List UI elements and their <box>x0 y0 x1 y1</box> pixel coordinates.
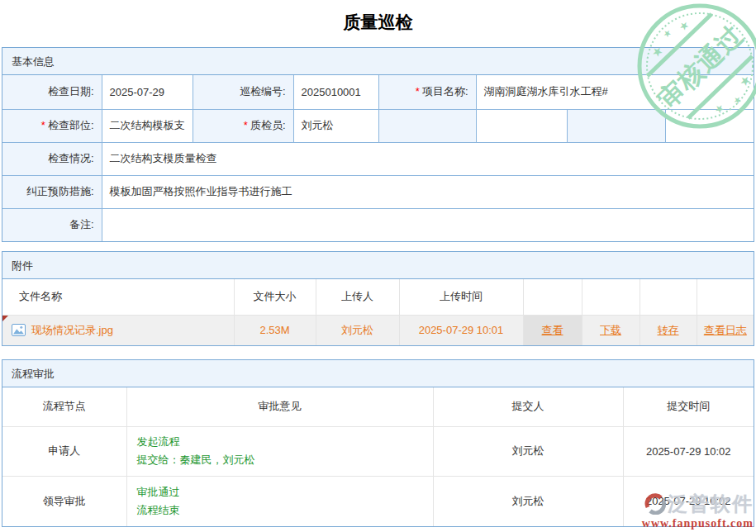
basic-info-section-title: 基本信息 <box>2 48 754 75</box>
project-name-label-text: 项目名称: <box>422 85 468 97</box>
view-log-link[interactable]: 查看日志 <box>704 324 747 336</box>
attachments-section-title: 附件 <box>2 252 754 279</box>
submit-time-cell: 2025-07-29 10:02 <box>623 426 754 476</box>
upload-time-cell: 2025-07-29 10:01 <box>399 315 523 345</box>
attachments-panel: 附件 文件名称 文件大小 上传人 上传时间 <box>2 251 754 346</box>
empty-value-cell <box>476 109 567 142</box>
submitter-cell: 刘元松 <box>433 426 623 476</box>
situation-label: 检查情况: <box>2 142 102 175</box>
col-approval-opinion: 审批意见 <box>126 387 433 426</box>
col-upload-time: 上传时间 <box>399 279 523 315</box>
download-link[interactable]: 下载 <box>600 324 621 336</box>
patrol-no-label: 巡检编号: <box>193 75 293 109</box>
col-uploader: 上传人 <box>316 279 399 315</box>
col-action-empty <box>582 279 640 315</box>
approval-row: 领导审批 审批通过 流程结束 刘元松 2025-07-29 10:02 <box>2 476 754 526</box>
col-submit-time: 提交时间 <box>623 387 754 426</box>
opinion-line: 审批通过 <box>137 483 423 501</box>
file-size-cell: 2.53M <box>234 315 316 345</box>
approval-row: 申请人 发起流程 提交给：秦建民，刘元松 刘元松 2025-07-29 10:0… <box>2 426 754 476</box>
empty-value-cell <box>665 109 754 142</box>
required-asterisk: * <box>416 85 420 97</box>
basic-info-table: 检查日期: 2025-07-29 巡检编号: 2025010001 *项目名称:… <box>2 75 754 241</box>
basic-info-row-5: 备注: <box>2 208 754 241</box>
col-file-name: 文件名称 <box>2 279 234 315</box>
check-part-label-text: 检查部位: <box>48 119 94 131</box>
measures-label: 纠正预防措施: <box>2 175 102 208</box>
approval-section-title: 流程审批 <box>2 360 754 387</box>
corner-marker-icon <box>2 316 8 321</box>
empty-label-cell <box>567 109 665 142</box>
col-action-empty <box>640 279 697 315</box>
inspector-value: 刘元松 <box>293 109 378 142</box>
view-link[interactable]: 查看 <box>542 324 563 336</box>
check-part-label: *检查部位: <box>2 109 102 142</box>
page-title: 质量巡检 <box>0 0 756 47</box>
approval-table: 流程节点 审批意见 提交人 提交时间 申请人 发起流程 提交给：秦建民，刘元松 … <box>2 387 754 526</box>
opinion-cell: 发起流程 提交给：秦建民，刘元松 <box>126 426 433 476</box>
check-part-value: 二次结构模板支 <box>102 109 193 142</box>
patrol-no-value: 2025010001 <box>293 75 378 109</box>
measures-value: 模板加固严格按照作业指导书进行施工 <box>102 175 754 208</box>
opinion-line: 流程结束 <box>137 501 423 520</box>
transfer-link[interactable]: 转存 <box>658 324 679 336</box>
project-name-label: *项目名称: <box>378 75 476 109</box>
basic-info-panel: 基本信息 检查日期: 2025-07-29 巡检编号: 2025010001 *… <box>2 47 754 242</box>
attachment-file-link[interactable]: 现场情况记录.jpg <box>31 323 113 338</box>
col-file-size: 文件大小 <box>234 279 316 315</box>
view-action-cell[interactable]: 查看 <box>523 315 582 345</box>
remark-value <box>102 208 754 241</box>
attachment-row: 现场情况记录.jpg 2.53M 刘元松 2025-07-29 10:01 查看… <box>2 315 754 345</box>
required-asterisk: * <box>244 119 248 131</box>
attachments-header-row: 文件名称 文件大小 上传人 上传时间 <box>2 279 754 315</box>
view-log-action-cell[interactable]: 查看日志 <box>697 315 754 345</box>
check-date-label-text: 检查日期: <box>48 85 94 97</box>
opinion-cell: 审批通过 流程结束 <box>126 476 433 526</box>
opinion-line: 提交给：秦建民，刘元松 <box>137 451 423 469</box>
check-date-label: 检查日期: <box>2 75 102 109</box>
remark-label: 备注: <box>2 208 102 241</box>
inspector-label-text: 质检员: <box>250 119 286 131</box>
uploader-cell: 刘元松 <box>316 315 399 345</box>
col-action-empty <box>523 279 582 315</box>
check-date-value: 2025-07-29 <box>102 75 193 109</box>
file-name-cell: 现场情况记录.jpg <box>2 315 234 345</box>
basic-info-row-3: 检查情况: 二次结构支模质量检查 <box>2 142 754 175</box>
approval-header-row: 流程节点 审批意见 提交人 提交时间 <box>2 387 754 426</box>
situation-label-text: 检查情况: <box>48 152 94 164</box>
situation-value: 二次结构支模质量检查 <box>102 142 754 175</box>
transfer-action-cell[interactable]: 转存 <box>640 315 697 345</box>
empty-label-cell <box>378 109 476 142</box>
submit-time-cell: 2025-07-29 10:02 <box>623 476 754 526</box>
flow-node-cell: 领导审批 <box>2 476 126 526</box>
project-name-value: 湖南洞庭湖水库引水工程# <box>476 75 754 109</box>
remark-label-text: 备注: <box>69 218 94 230</box>
patrol-no-label-text: 巡检编号: <box>240 85 286 97</box>
download-action-cell[interactable]: 下载 <box>582 315 640 345</box>
flow-node-cell: 申请人 <box>2 426 126 476</box>
inspector-label: *质检员: <box>193 109 293 142</box>
col-action-empty <box>697 279 754 315</box>
attachments-table: 文件名称 文件大小 上传人 上传时间 现场情况记录.jpg <box>2 279 754 345</box>
basic-info-row-4: 纠正预防措施: 模板加固严格按照作业指导书进行施工 <box>2 175 754 208</box>
measures-label-text: 纠正预防措施: <box>26 185 94 197</box>
basic-info-row-1: 检查日期: 2025-07-29 巡检编号: 2025010001 *项目名称:… <box>2 75 754 109</box>
image-file-icon <box>12 324 26 336</box>
submitter-cell: 刘元松 <box>433 476 623 526</box>
opinion-line: 发起流程 <box>137 433 423 451</box>
col-submitter: 提交人 <box>433 387 623 426</box>
col-flow-node: 流程节点 <box>2 387 126 426</box>
basic-info-row-2: *检查部位: 二次结构模板支 *质检员: 刘元松 <box>2 109 754 142</box>
required-asterisk: * <box>41 119 45 131</box>
approval-panel: 流程审批 流程节点 审批意见 提交人 提交时间 申请人 发起流程 提交给：秦建民… <box>2 359 754 527</box>
